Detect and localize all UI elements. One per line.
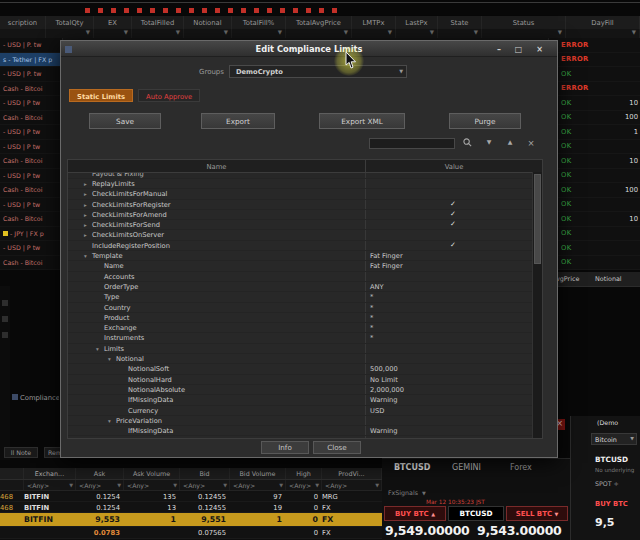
close-footer-button[interactable]: Close xyxy=(313,441,361,454)
ticket-symbol-button[interactable]: BTCUSD xyxy=(448,506,504,521)
tree-row-value[interactable]: USD xyxy=(366,406,542,415)
status-row[interactable]: OK xyxy=(549,67,640,82)
column-filter[interactable] xyxy=(0,29,46,38)
maximize-button[interactable]: □ xyxy=(515,45,523,54)
tree-row[interactable]: ▸CheckLimitsForRegister ✓ xyxy=(68,200,542,210)
status-row[interactable]: ERROR xyxy=(549,82,640,97)
check-icon[interactable]: ✓ xyxy=(450,220,456,228)
tree-row[interactable]: Type * xyxy=(68,292,542,302)
tree-row-value[interactable]: 2 xyxy=(366,436,542,439)
tree-row-value[interactable] xyxy=(366,179,542,188)
column-filter[interactable]: ▼ xyxy=(482,29,566,38)
blotter-column-header[interactable]: Status xyxy=(482,16,566,29)
ticket-venue[interactable]: GEMINI xyxy=(452,463,481,472)
tree-row[interactable]: Instruments * xyxy=(68,333,542,343)
tree-row-value[interactable]: No Limit xyxy=(366,375,542,384)
ticket-type[interactable]: Forex xyxy=(510,463,532,472)
tree-row[interactable]: IfMissingData Warning xyxy=(68,426,542,436)
expander-icon[interactable]: ▸ xyxy=(84,222,92,228)
fx-signals-label[interactable]: FxSignals xyxy=(388,489,418,496)
tree-row-value[interactable]: Warning xyxy=(366,426,542,435)
dialog-titlebar[interactable]: Edit Compliance Limits – □ × xyxy=(61,41,557,57)
tree-row-value[interactable] xyxy=(366,173,542,178)
tree-row[interactable]: ▸CheckLimitsOnServer xyxy=(68,230,542,240)
column-filter[interactable]: ▼ xyxy=(352,29,396,38)
chevron-down-icon[interactable]: ▼ xyxy=(422,490,426,496)
tree-row[interactable]: ▸ReplayLimits xyxy=(68,179,542,189)
check-icon[interactable]: ✓ xyxy=(450,200,456,208)
instrument-row[interactable]: - USD | P tw xyxy=(0,169,62,184)
tree-row[interactable]: NotionalAbsolute 2,000,000 xyxy=(68,385,542,395)
quotes-column-header[interactable]: Exchan... xyxy=(24,468,76,479)
quote-row[interactable]: BITFIN 9,553 1 9,551 1 0 FX xyxy=(0,513,382,527)
tree-row[interactable]: ▾Limits xyxy=(68,344,542,354)
quotes-column-filter[interactable]: <Any>▼ xyxy=(124,480,180,490)
search-prev-icon[interactable]: ▲ xyxy=(504,138,516,145)
quotes-column-filter[interactable] xyxy=(0,480,24,490)
expander-icon[interactable]: ▾ xyxy=(84,253,92,259)
tree-row-value[interactable] xyxy=(366,272,542,281)
save-button[interactable]: Save xyxy=(89,113,161,129)
tree-row[interactable]: ▸CheckLimitsForManual xyxy=(68,189,542,199)
tree-row[interactable]: ▾Notional xyxy=(68,354,542,364)
blotter-column-header[interactable]: State xyxy=(438,16,482,29)
instrument-row[interactable]: Cash - Bitcoi xyxy=(0,256,62,271)
quotes-column-filter[interactable]: <Any>▼ xyxy=(180,480,230,490)
value-column-header[interactable]: Value xyxy=(366,160,542,172)
quotes-column-header[interactable]: High xyxy=(286,468,322,479)
toolbar-icon[interactable] xyxy=(2,332,8,338)
instrument-row[interactable]: Cash - Bitcoi xyxy=(0,111,62,126)
instrument-row[interactable]: Cash - Bitcoi xyxy=(0,82,62,97)
dialog-tab[interactable]: Static Limits xyxy=(69,89,133,102)
tree-row-value[interactable] xyxy=(366,416,542,425)
tree-row-value[interactable]: * xyxy=(366,333,542,342)
tree-row-value[interactable]: Fat Finger xyxy=(366,251,542,260)
expander-icon[interactable]: ▸ xyxy=(84,232,92,238)
expander-icon[interactable]: ▸ xyxy=(84,181,92,187)
tree-row[interactable]: IncludeRegisterPosition ✓ xyxy=(68,241,542,251)
quotes-column-header[interactable]: Ask xyxy=(76,468,124,479)
column-filter[interactable]: ▼ xyxy=(566,29,640,38)
tree-row[interactable]: NotionalSoft 500,000 xyxy=(68,364,542,374)
instrument-row[interactable]: Cash - Bitcoi xyxy=(0,154,62,169)
tree-row[interactable]: Currency USD xyxy=(68,406,542,416)
search-next-icon[interactable]: ▼ xyxy=(483,138,495,145)
buy-button[interactable]: BUY BTC ▲ xyxy=(384,506,446,521)
blotter-column-header[interactable]: TotalFill% xyxy=(232,16,286,29)
purge-button[interactable]: Purge xyxy=(449,113,521,129)
instrument-row[interactable]: - USD | P tw xyxy=(0,198,62,213)
tree-row[interactable]: Name Fat Finger xyxy=(68,261,542,271)
tree-row-value[interactable]: * xyxy=(366,292,542,301)
status-row[interactable]: OK 100 xyxy=(549,183,640,198)
quotes-column-filter[interactable]: <Any>▼ xyxy=(24,480,76,490)
status-row[interactable]: OK 10 xyxy=(549,96,640,111)
ticket-symbol[interactable]: BTCUSD xyxy=(394,463,430,472)
column-filter[interactable]: ▼ xyxy=(46,29,94,38)
search-icon[interactable] xyxy=(461,138,473,149)
quotes-column-header[interactable]: ProdVi... xyxy=(322,468,382,479)
column-filter[interactable]: ▼ xyxy=(286,29,352,38)
quote-row[interactable]: 0.0783 0.07565 0 FX xyxy=(0,527,382,539)
groups-dropdown[interactable]: DemoCrypto ▼ xyxy=(229,65,407,78)
quotes-column-header[interactable]: Ask Volume xyxy=(124,468,180,479)
expander-icon[interactable]: ▸ xyxy=(84,202,92,208)
quote-row[interactable]: 468 BITFIN 0.1254 135 0.12455 97 0 MRG xyxy=(0,491,382,502)
instrument-row[interactable]: - USD | P tw xyxy=(0,241,62,256)
toolbar-icon[interactable] xyxy=(2,300,8,306)
blotter-column-header[interactable]: TotalFilled xyxy=(132,16,184,29)
blotter-column-header[interactable]: EX xyxy=(94,16,132,29)
column-filter[interactable]: ▼ xyxy=(438,29,482,38)
tree-row[interactable]: Country * xyxy=(68,303,542,313)
status-row[interactable]: OK 100 xyxy=(549,111,640,126)
status-row[interactable]: OK 1 xyxy=(549,125,640,140)
status-row[interactable]: ERROR xyxy=(549,53,640,68)
instrument-row[interactable]: Cash - Bitcoi xyxy=(0,183,62,198)
mini-buy-label[interactable]: BUY BTC xyxy=(595,500,628,508)
search-clear-icon[interactable]: × xyxy=(525,138,537,148)
tree-row-value[interactable]: 500,000 xyxy=(366,364,542,373)
tree-row-value[interactable]: 2,000,000 xyxy=(366,385,542,394)
status-row[interactable]: OK xyxy=(549,140,640,155)
quotes-column-header[interactable] xyxy=(0,468,24,479)
instrument-row[interactable]: - USD | P. tw xyxy=(0,38,62,53)
quotes-column-filter[interactable]: <Any>▼ xyxy=(322,480,382,490)
